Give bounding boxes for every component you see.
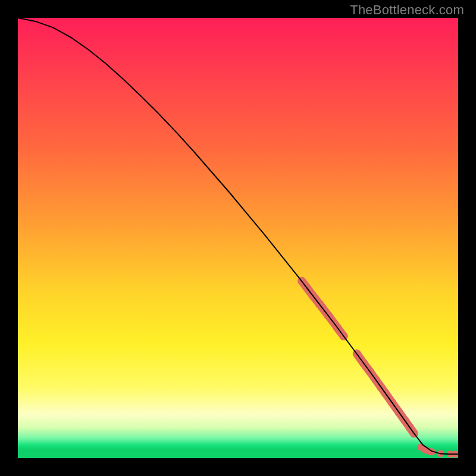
marker-layer — [298, 277, 458, 458]
curve-layer — [18, 18, 458, 458]
watermark-label: TheBottleneck.com — [350, 2, 464, 18]
chart-frame: TheBottleneck.com — [0, 0, 476, 476]
plot-area — [18, 18, 458, 458]
main-curve — [18, 18, 458, 454]
